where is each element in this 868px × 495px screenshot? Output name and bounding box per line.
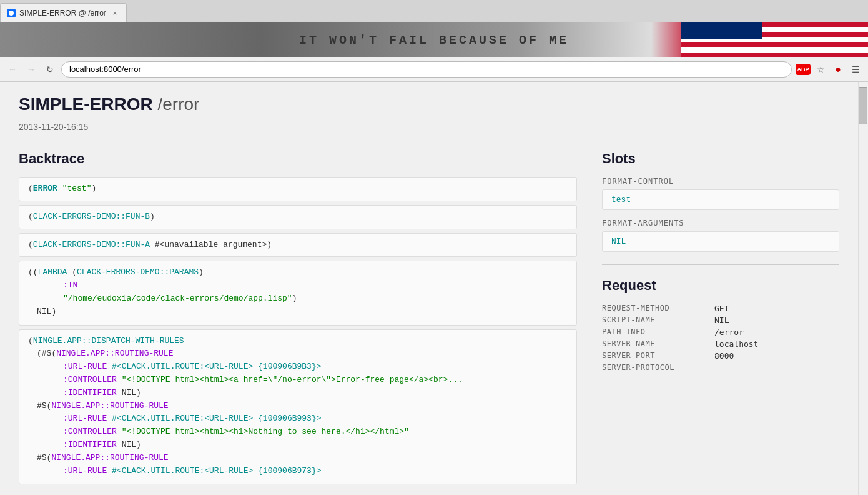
error-route: /error — [157, 94, 199, 114]
backtrace-frame-3[interactable]: (CLACK-ERRORS-DEMO::FUN-A #<unavailable … — [19, 233, 577, 258]
timestamp: 2013-11-20-16:15 — [19, 122, 839, 132]
browser-chrome: SIMPLE-ERROR @ /error × IT WON'T FAIL BE… — [0, 0, 868, 495]
back-button[interactable]: ← — [5, 62, 20, 77]
menu-icon[interactable]: ☰ — [848, 62, 863, 77]
adblock-icon[interactable]: ABP — [796, 64, 811, 75]
request-val-method: GET — [714, 304, 729, 313]
request-key-server-protocol: SERVER-PROTOCOL — [602, 363, 702, 372]
request-key-script: SCRIPT-NAME — [602, 316, 702, 325]
format-control-label: FORMAT-CONTROL — [602, 177, 839, 186]
banner: IT WON'T FAIL BECAUSE OF ME — [0, 22, 868, 57]
page-title: SIMPLE-ERROR /error — [19, 94, 839, 114]
tab-bar: SIMPLE-ERROR @ /error × — [0, 0, 868, 22]
backtrace-frame-1[interactable]: (ERROR "test") — [19, 177, 577, 201]
divider — [602, 264, 839, 265]
format-arguments-value: NIL — [602, 231, 839, 252]
active-tab[interactable]: SIMPLE-ERROR @ /error × — [0, 3, 127, 22]
error-type: SIMPLE-ERROR — [19, 94, 153, 114]
tab-close-button[interactable]: × — [110, 8, 120, 18]
request-key-path: PATH-INFO — [602, 328, 702, 337]
request-row-path: PATH-INFO /error — [602, 328, 839, 337]
right-column: Slots FORMAT-CONTROL test FORMAT-ARGUMEN… — [602, 151, 839, 488]
address-input[interactable] — [61, 61, 792, 78]
request-val-server-name: localhost — [714, 339, 758, 349]
request-heading: Request — [602, 278, 839, 294]
request-key-server-name: SERVER-NAME — [602, 339, 702, 349]
banner-text: IT WON'T FAIL BECAUSE OF ME — [299, 32, 569, 47]
tab-label: SIMPLE-ERROR @ /error — [19, 9, 106, 18]
request-row-script: SCRIPT-NAME NIL — [602, 316, 839, 325]
backtrace-frame-4[interactable]: ((LAMBDA (CLACK-ERRORS-DEMO::PARAMS) :IN… — [19, 261, 577, 325]
address-bar: ← → ↻ ABP ☆ ● ☰ — [0, 57, 868, 82]
slots-heading: Slots — [602, 151, 839, 167]
main-content: SIMPLE-ERROR /error 2013-11-20-16:15 Bac… — [0, 82, 858, 495]
stop-icon[interactable]: ● — [831, 62, 846, 77]
content-wrapper: SIMPLE-ERROR /error 2013-11-20-16:15 Bac… — [0, 82, 868, 495]
request-row-method: REQUEST-METHOD GET — [602, 304, 839, 313]
request-row-server-port: SERVER-PORT 8000 — [602, 351, 839, 361]
scrollbar-thumb[interactable] — [859, 87, 867, 124]
format-arguments-label: FORMAT-ARGUMENTS — [602, 219, 839, 228]
bookmark-icon[interactable]: ☆ — [813, 62, 828, 77]
request-val-server-port: 8000 — [714, 351, 734, 361]
scrollbar-track[interactable] — [858, 82, 868, 495]
tab-favicon — [7, 9, 16, 18]
backtrace-frame-5[interactable]: (NINGLE.APP::DISPATCH-WITH-RULES (#S(NIN… — [19, 329, 577, 485]
request-key-server-port: SERVER-PORT — [602, 351, 702, 361]
toolbar-icons: ABP ☆ ● ☰ — [796, 62, 863, 77]
format-control-value: test — [602, 189, 839, 210]
backtrace-column: Backtrace (ERROR "test") (CLACK-ERRORS-D… — [19, 151, 577, 488]
request-val-path: /error — [714, 328, 744, 337]
two-col-layout: Backtrace (ERROR "test") (CLACK-ERRORS-D… — [19, 151, 839, 488]
backtrace-frame-2[interactable]: (CLACK-ERRORS-DEMO::FUN-B) — [19, 205, 577, 229]
request-table: REQUEST-METHOD GET SCRIPT-NAME NIL PATH-… — [602, 304, 839, 372]
request-val-script: NIL — [714, 316, 729, 325]
request-row-server-protocol: SERVER-PROTOCOL — [602, 363, 839, 372]
request-key-method: REQUEST-METHOD — [602, 304, 702, 313]
forward-button[interactable]: → — [24, 62, 39, 77]
backtrace-heading: Backtrace — [19, 151, 577, 167]
reload-button[interactable]: ↻ — [42, 62, 57, 77]
banner-flag — [681, 22, 868, 57]
request-row-server-name: SERVER-NAME localhost — [602, 339, 839, 349]
